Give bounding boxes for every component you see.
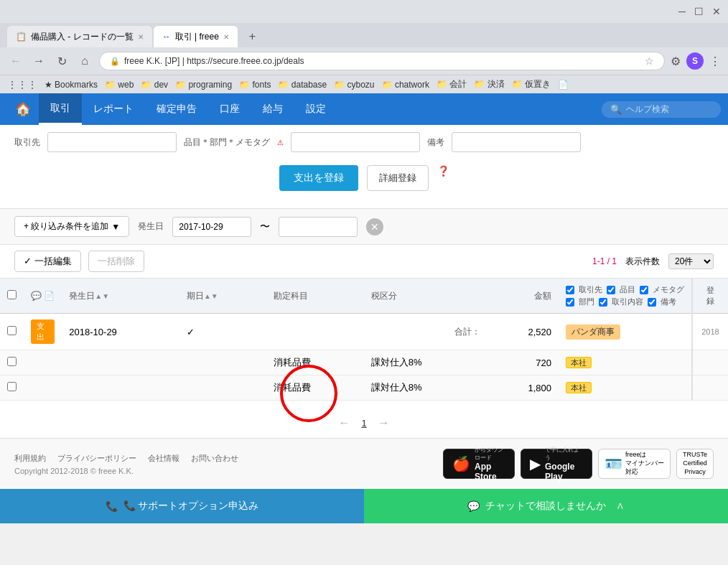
- reload-button[interactable]: ↻: [53, 55, 70, 68]
- footer-company[interactable]: 会社情報: [148, 453, 179, 464]
- tab-bookmarks[interactable]: 📋 備品購入 - レコードの一覧 ✕: [7, 26, 152, 47]
- home-button[interactable]: 🏠: [7, 93, 39, 125]
- footer-tos[interactable]: 利用規約: [14, 453, 46, 464]
- th-date-due[interactable]: 期日▲▼: [179, 279, 266, 314]
- prev-page-button[interactable]: ←: [338, 416, 350, 429]
- bookmark-file[interactable]: 📄: [558, 80, 569, 90]
- th-col-options: 取引先 品目 メモタグ 部門 取引内容 備考: [559, 279, 692, 314]
- nav-kyuyo[interactable]: 給与: [251, 93, 294, 125]
- per-page-select[interactable]: 20件 50件 100件: [668, 253, 714, 269]
- row-partner: 本社: [559, 375, 692, 401]
- bulk-delete-button[interactable]: 一括削除: [88, 251, 144, 272]
- row-tag-cell: 支出: [24, 314, 62, 350]
- footer-links: 利用規約 プライバシーポリシー 会社情報 お問い合わせ: [14, 453, 238, 464]
- biko-input[interactable]: [452, 132, 581, 152]
- torihiki-input[interactable]: [47, 132, 177, 152]
- address-input[interactable]: 🔒 freee K.K. [JP] | https://secure.freee…: [99, 52, 665, 70]
- nav-koza[interactable]: 口座: [208, 93, 251, 125]
- extensions-icon[interactable]: ⚙: [671, 55, 681, 68]
- bookmark-web[interactable]: 📁 web: [105, 80, 134, 90]
- bookmark-chatwork[interactable]: 📁 chatwork: [382, 80, 429, 90]
- bookmark-fonts[interactable]: 📁 fonts: [239, 80, 271, 90]
- bulk-edit-button[interactable]: ✓ 一括編集: [14, 251, 81, 272]
- col-memotag-check[interactable]: [640, 286, 648, 294]
- date-label: 発生日: [138, 220, 164, 233]
- tab-close-button[interactable]: ✕: [138, 33, 144, 41]
- apps-icon[interactable]: ⋮⋮⋮: [7, 79, 37, 90]
- tab-close-button[interactable]: ✕: [223, 33, 229, 41]
- new-tab-button[interactable]: +: [239, 26, 266, 47]
- bookmark-karioki[interactable]: 📁 仮置き: [512, 78, 551, 90]
- bookmark-programing[interactable]: 📁 programing: [175, 80, 232, 90]
- star-icon: ★: [45, 80, 52, 90]
- maximize-button[interactable]: ☐: [694, 6, 704, 17]
- th-date-issued[interactable]: 発生日▲▼: [62, 279, 179, 314]
- address-bar: ← → ↻ ⌂ 🔒 freee K.K. [JP] | https://secu…: [0, 47, 728, 75]
- row-checkbox[interactable]: [7, 357, 17, 366]
- truste-button[interactable]: TRUSTeCertifiedPrivacy: [676, 449, 714, 479]
- menu-icon[interactable]: ⋮: [709, 55, 721, 68]
- bookmark-icon[interactable]: ☆: [645, 55, 654, 67]
- home-button[interactable]: ⌂: [76, 55, 93, 67]
- app-store-sub: からダウンロード: [475, 446, 505, 462]
- nav-kakutei[interactable]: 確定申告: [145, 93, 208, 125]
- google-play-button[interactable]: ▶ で手に入れよう Google Play: [521, 449, 592, 479]
- row-checkbox[interactable]: [7, 326, 17, 335]
- th-amount: 金額: [487, 279, 559, 314]
- add-filter-button[interactable]: + 絞り込み条件を追加 ▼: [14, 216, 129, 237]
- date-from-input[interactable]: [172, 217, 251, 237]
- table-row: 支出 2018-10-29 ✓ 合計： 2,520 パンダ商事 2018: [0, 314, 728, 350]
- date-clear-button[interactable]: ✕: [366, 218, 383, 235]
- col-torihikinaiyo-check[interactable]: [599, 298, 607, 307]
- app-store-button[interactable]: 🍎 からダウンロード App Store: [443, 449, 515, 479]
- per-page-label: 表示件数: [625, 256, 660, 268]
- bookmark-kessai[interactable]: 📁 決済: [474, 78, 504, 90]
- myna-button[interactable]: 🪪 freeeはマイナンバー対応: [598, 449, 671, 479]
- footer-contact[interactable]: お問い合わせ: [191, 453, 238, 464]
- help-icon[interactable]: ❓: [437, 165, 449, 191]
- comment-icon: 💬: [31, 291, 42, 301]
- profile-avatar[interactable]: S: [686, 52, 704, 70]
- truste-label: TRUSTeCertifiedPrivacy: [683, 451, 707, 476]
- row-tag-cell: [24, 350, 62, 375]
- row-checkbox[interactable]: [7, 382, 17, 391]
- footer-privacy[interactable]: プライバシーポリシー: [57, 453, 136, 464]
- help-search-input[interactable]: [626, 104, 712, 114]
- col-torihikisaki-check[interactable]: [566, 286, 574, 294]
- page-number[interactable]: 1: [361, 418, 366, 429]
- hinmoku-input[interactable]: [291, 132, 420, 152]
- bookmark-kaikei[interactable]: 📁 会計: [437, 78, 467, 90]
- chevron-icon[interactable]: ✓: [187, 327, 195, 337]
- bookmark-apps[interactable]: ★ Bookmarks: [45, 80, 98, 90]
- select-all-checkbox[interactable]: [7, 290, 17, 299]
- bookmark-cybozu[interactable]: 📁 cybozu: [334, 80, 374, 90]
- col-hinmoku-check[interactable]: [607, 286, 615, 294]
- close-button[interactable]: ✕: [712, 6, 721, 17]
- row-account: [266, 314, 364, 350]
- table-row: 消耗品費 課対仕入8% 1,800 本社: [0, 375, 728, 401]
- col-biko-check[interactable]: [648, 298, 656, 307]
- help-search-box[interactable]: 🔍: [602, 101, 721, 118]
- minimize-button[interactable]: ─: [678, 6, 686, 17]
- address-text: freee K.K. [JP] | https://secure.freee.c…: [124, 56, 304, 66]
- nav-report[interactable]: レポート: [82, 93, 145, 125]
- bookmark-dev[interactable]: 📁 dev: [141, 80, 168, 90]
- bookmark-database[interactable]: 📁 database: [278, 80, 327, 90]
- forward-button[interactable]: →: [30, 55, 47, 67]
- filter-label: + 絞り込み条件を追加: [24, 220, 108, 233]
- row-date-issued: 2018-10-29: [62, 314, 179, 350]
- nav-settings[interactable]: 設定: [294, 93, 337, 125]
- col-bumon-check[interactable]: [566, 298, 574, 307]
- back-button[interactable]: ←: [7, 55, 24, 67]
- nav-torihiki[interactable]: 取引: [39, 93, 82, 125]
- next-page-button[interactable]: →: [378, 416, 390, 429]
- support-option-button[interactable]: 📞 📞 サポートオプション申込み: [0, 489, 364, 523]
- google-play-sub: で手に入れよう: [545, 446, 583, 462]
- torihiki-label: 取引先: [14, 136, 40, 149]
- register-expense-button[interactable]: 支出を登録: [279, 165, 358, 191]
- transactions-table: 💬 📄 発生日▲▼ 期日▲▼ 勘定科目 税区分 金額: [0, 279, 728, 401]
- detail-register-button[interactable]: 詳細登録: [367, 165, 429, 191]
- tab-freee[interactable]: ↔ 取引 | freee ✕: [154, 26, 238, 47]
- chat-button[interactable]: 💬 チャットで相談しませんか ∧: [364, 489, 728, 523]
- date-to-input[interactable]: [279, 217, 358, 237]
